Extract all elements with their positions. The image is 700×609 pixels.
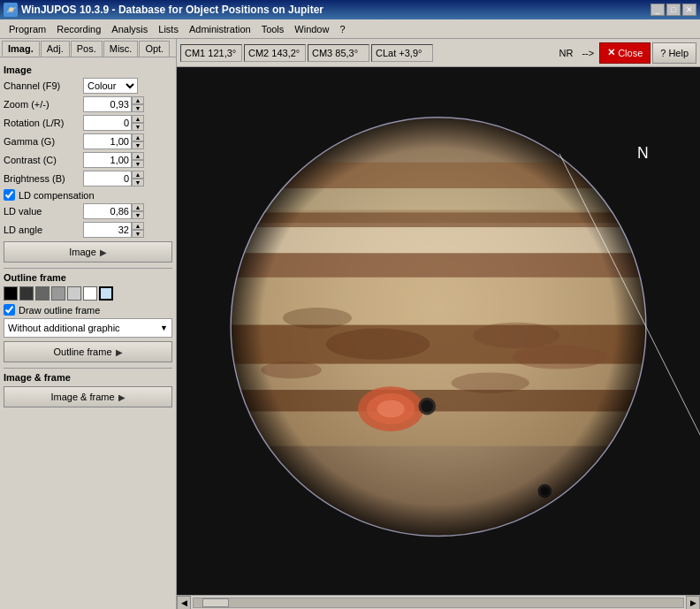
ld-compensation-label: LD compensation (19, 190, 95, 201)
scroll-left-button[interactable]: ◀ (177, 596, 191, 610)
contrast-down-button[interactable]: ▼ (132, 160, 144, 168)
ld-angle-input[interactable]: 32 (83, 222, 132, 238)
ld-value-down-button[interactable]: ▼ (132, 211, 144, 219)
ld-value-input[interactable]: 0,86 (83, 203, 132, 219)
image-button-arrow: ▶ (100, 247, 107, 257)
menu-analysis[interactable]: Analysis (106, 22, 153, 36)
ld-value-up-button[interactable]: ▲ (132, 203, 144, 211)
main-content: Imag. Adj. Pos. Misc. Opt. Image Channel… (0, 39, 700, 609)
zoom-down-button[interactable]: ▼ (132, 104, 144, 112)
ld-compensation-checkbox[interactable] (4, 189, 15, 201)
menu-tools[interactable]: Tools (256, 22, 290, 36)
tab-imag[interactable]: Imag. (2, 41, 40, 57)
draw-outline-label: Draw outline frame (19, 305, 100, 316)
outline-frame-button[interactable]: Outline frame ▶ (4, 341, 172, 362)
menu-program[interactable]: Program (4, 22, 51, 36)
rotation-label: Rotation (L/R) (4, 118, 83, 128)
controls-panel: Image Channel (F9) Colour Zoom (+/-) 0,9… (0, 57, 176, 609)
contrast-label: Contrast (C) (4, 155, 83, 165)
help-icon: ? (660, 48, 666, 58)
right-panel: CM1 121,3° CM2 143,2° CM3 85,3° CLat +3,… (177, 39, 700, 609)
close-window-button[interactable]: ✕ (682, 4, 696, 16)
dropdown-value: Without additional graphic (8, 323, 120, 333)
image-button[interactable]: Image ▶ (4, 241, 172, 263)
outline-btn-arrow: ▶ (116, 347, 123, 357)
draw-outline-checkbox[interactable] (4, 304, 15, 316)
contrast-row: Contrast (C) 1,00 ▲ ▼ (4, 152, 172, 168)
swatch-darkgray[interactable] (19, 286, 34, 301)
tab-opt[interactable]: Opt. (139, 41, 170, 57)
ld-angle-up-button[interactable]: ▲ (132, 222, 144, 230)
outline-divider (4, 268, 172, 269)
n-label: N (637, 144, 649, 162)
swatch-gray[interactable] (51, 286, 65, 301)
swatch-midgray[interactable] (35, 286, 49, 301)
ld-compensation-row: LD compensation (4, 189, 172, 201)
image-area[interactable]: N P (177, 67, 700, 595)
cm1-section: CM1 121,3° (180, 44, 242, 62)
menu-lists[interactable]: Lists (153, 22, 184, 36)
menu-help[interactable]: ? (334, 22, 350, 36)
cm3-display: CM3 85,3° (308, 44, 369, 62)
color-swatches (4, 286, 172, 301)
menu-administration[interactable]: Administration (184, 22, 256, 36)
help-button[interactable]: ? Help (652, 42, 696, 64)
nr-label: NR (555, 46, 576, 60)
channel-label: Channel (F9) (4, 80, 83, 91)
minimize-button[interactable]: _ (651, 4, 665, 16)
rotation-input[interactable]: 0 (83, 115, 132, 131)
swatch-lightgray[interactable] (67, 286, 81, 301)
swatch-white[interactable] (83, 286, 97, 301)
scroll-thumb[interactable] (202, 598, 229, 607)
menu-recording[interactable]: Recording (51, 22, 106, 36)
ld-angle-label: LD angle (4, 225, 83, 235)
ld-value-label: LD value (4, 206, 83, 217)
horizontal-scrollbar[interactable]: ◀ ▶ (177, 595, 700, 609)
frame-section-title: Image & frame (4, 372, 172, 383)
gamma-up-button[interactable]: ▲ (132, 133, 144, 141)
brightness-up-button[interactable]: ▲ (132, 171, 144, 179)
outline-section-title: Outline frame (4, 272, 172, 283)
clat-display: CLat +3,9° (371, 44, 433, 62)
contrast-up-button[interactable]: ▲ (132, 152, 144, 160)
rotation-up-button[interactable]: ▲ (132, 115, 144, 123)
gamma-input[interactable]: 1,00 (83, 133, 132, 149)
dropdown-arrow-icon: ▼ (160, 324, 168, 332)
gamma-label: Gamma (G) (4, 136, 83, 147)
frame-divider (4, 368, 172, 369)
channel-select[interactable]: Colour (83, 78, 138, 94)
graphic-dropdown[interactable]: Without additional graphic ▼ (4, 318, 172, 338)
close-button[interactable]: ✕ Close (599, 42, 651, 64)
ld-angle-row: LD angle 32 ▲ ▼ (4, 222, 172, 238)
image-frame-button[interactable]: Image & frame ▶ (4, 386, 172, 407)
brightness-label: Brightness (B) (4, 173, 83, 184)
tab-pos[interactable]: Pos. (71, 41, 103, 57)
contrast-input[interactable]: 1,00 (83, 152, 132, 168)
brightness-input[interactable]: 0 (83, 171, 132, 187)
gamma-row: Gamma (G) 1,00 ▲ ▼ (4, 133, 172, 149)
cm2-section: CM2 143,2° (244, 44, 306, 62)
window-controls[interactable]: _ □ ✕ (651, 4, 696, 16)
tabs: Imag. Adj. Pos. Misc. Opt. (0, 39, 176, 57)
swatch-black[interactable] (4, 286, 18, 301)
maximize-button[interactable]: □ (666, 4, 681, 16)
zoom-up-button[interactable]: ▲ (132, 96, 144, 104)
brightness-down-button[interactable]: ▼ (132, 179, 144, 187)
ld-angle-down-button[interactable]: ▼ (132, 230, 144, 238)
scroll-track[interactable] (193, 598, 684, 608)
scroll-right-button[interactable]: ▶ (686, 596, 700, 610)
zoom-input[interactable]: 0,93 (83, 96, 132, 112)
rotation-row: Rotation (L/R) 0 ▲ ▼ (4, 115, 172, 131)
rotation-down-button[interactable]: ▼ (132, 123, 144, 131)
menu-window[interactable]: Window (289, 22, 334, 36)
cm2-display: CM2 143,2° (244, 44, 306, 62)
ld-value-row: LD value 0,86 ▲ ▼ (4, 203, 172, 219)
zoom-row: Zoom (+/-) 0,93 ▲ ▼ (4, 96, 172, 112)
jupiter-view: N P (177, 67, 700, 595)
arrow-label: --> (578, 46, 597, 60)
tab-misc[interactable]: Misc. (103, 41, 139, 57)
draw-outline-row: Draw outline frame (4, 304, 172, 316)
tab-adj[interactable]: Adj. (41, 41, 70, 57)
gamma-down-button[interactable]: ▼ (132, 141, 144, 149)
swatch-lightblue[interactable] (99, 286, 113, 301)
